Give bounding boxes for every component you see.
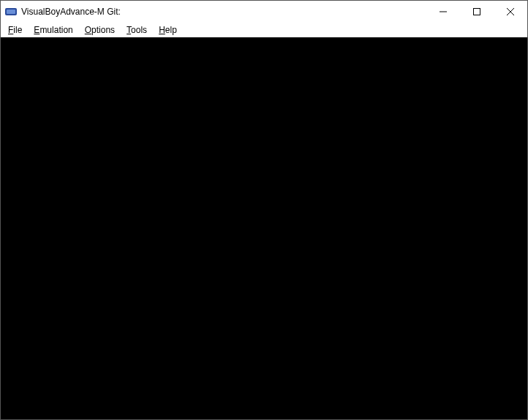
menu-help-accel: H — [159, 25, 165, 35]
close-button[interactable] — [494, 1, 527, 23]
menu-tools[interactable]: Tools — [122, 24, 151, 36]
menu-options-accel: O — [85, 25, 91, 35]
maximize-button[interactable] — [460, 1, 494, 23]
emulator-display — [1, 37, 527, 419]
close-icon — [507, 8, 514, 15]
menu-tools-rest: ools — [131, 25, 147, 35]
menu-options[interactable]: Options — [80, 24, 119, 36]
window-controls — [426, 1, 527, 23]
menu-file-rest: ile — [13, 25, 22, 35]
menu-options-rest: ptions — [91, 25, 115, 35]
app-icon — [5, 6, 17, 18]
minimize-button[interactable] — [426, 1, 460, 23]
menu-emulation[interactable]: Emulation — [29, 24, 77, 36]
menu-emulation-rest: mulation — [39, 25, 72, 35]
titlebar: VisualBoyAdvance-M Git: — [1, 1, 527, 23]
menubar: File Emulation Options Tools Help — [1, 23, 527, 37]
maximize-icon — [473, 8, 480, 15]
minimize-icon — [440, 8, 447, 15]
menu-help[interactable]: Help — [154, 24, 181, 36]
svg-rect-1 — [7, 10, 15, 14]
svg-rect-3 — [474, 9, 480, 15]
menu-help-rest: elp — [165, 25, 177, 35]
titlebar-left: VisualBoyAdvance-M Git: — [5, 6, 121, 18]
menu-file[interactable]: File — [4, 24, 26, 36]
window-title: VisualBoyAdvance-M Git: — [21, 7, 121, 17]
